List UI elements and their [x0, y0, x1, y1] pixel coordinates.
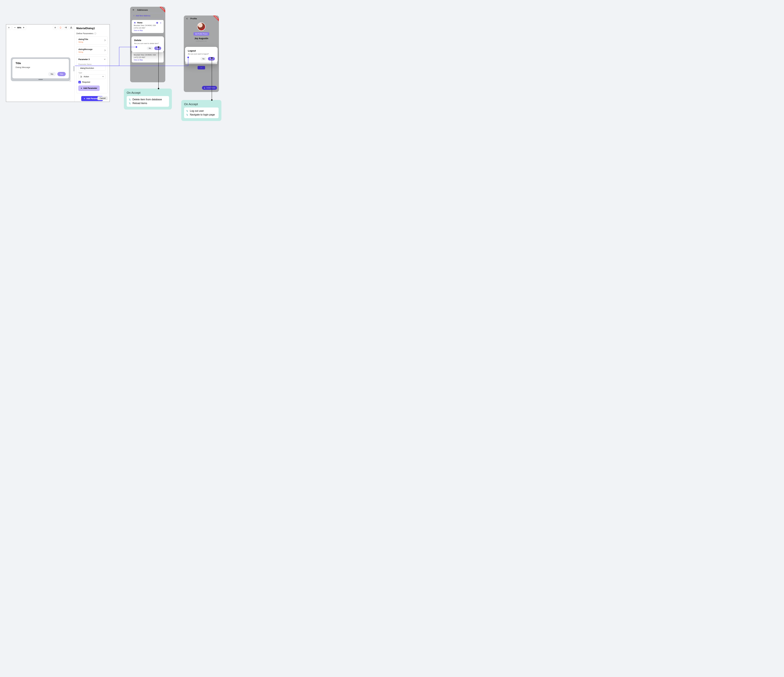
callout-line: Reload items: [129, 101, 167, 105]
on-accept-callout-1: On Accept Delete item from database Relo…: [124, 89, 172, 110]
info-icon[interactable]: i: [94, 33, 96, 34]
set-picture-button[interactable]: Set Profile Picture: [193, 32, 209, 36]
action-icon: [186, 113, 188, 116]
address-card-2: Mountain View, CA 94043, USA (+471) 123 …: [132, 51, 164, 62]
address-card-home: Home Mountain View, CA 94043, USA (+471)…: [132, 20, 164, 33]
svg-point-10: [130, 100, 131, 101]
dialog-yes-button[interactable]: Yes: [154, 47, 161, 50]
action-icon: [186, 110, 188, 112]
dialog-title: Delete: [134, 39, 161, 42]
profile-email: joy@augustin.com: [184, 40, 219, 42]
svg-point-6: [81, 77, 82, 77]
device-preview-button[interactable]: [58, 25, 63, 30]
component-title: MaterialDialog1: [76, 27, 108, 30]
param-row-dialogMessage[interactable]: dialogMessage String: [76, 47, 108, 55]
checkbox-checked-icon: [78, 81, 81, 83]
preview-dialog: Title Dialog Message No Yes: [12, 59, 69, 78]
svg-point-12: [130, 104, 131, 104]
dialog-no-button[interactable]: No: [147, 47, 153, 50]
svg-rect-7: [157, 22, 158, 23]
svg-point-15: [187, 114, 187, 114]
svg-rect-2: [71, 27, 72, 27]
canvas-toolbar-left: − 90% +: [7, 25, 26, 30]
zoom-out-button[interactable]: −: [13, 26, 17, 30]
callout-title: On Accept: [184, 102, 219, 106]
param-expanded: Parameter 3 Parameter Name Type Action: [76, 57, 108, 93]
svg-point-8: [204, 87, 205, 88]
svg-point-16: [187, 115, 188, 116]
required-checkbox-row[interactable]: Required: [78, 81, 106, 83]
logout-dialog: Logout Are you sure want to logout? No Y…: [185, 47, 218, 63]
invite-friend-button[interactable]: Invite Friend: [202, 86, 217, 90]
node-tree-button[interactable]: [69, 25, 73, 30]
plus-icon: +: [84, 97, 85, 100]
dialog-message: Are you sure want to logout?: [188, 53, 215, 55]
preview-dialog-message: Dialog Message: [16, 66, 66, 68]
text-size-button[interactable]: TT: [64, 25, 68, 30]
param-type-label: Type: [78, 72, 106, 74]
theme-toggle-button[interactable]: [53, 25, 58, 30]
svg-point-14: [187, 112, 188, 112]
svg-point-9: [129, 99, 129, 99]
preview-yes-button[interactable]: Yes: [58, 72, 66, 76]
canvas-area: − 90% + TT Title Di: [6, 25, 74, 102]
zoom-control: − 90% +: [12, 25, 26, 30]
plus-icon: +: [134, 15, 134, 17]
param-expanded-header[interactable]: Parameter 3: [78, 57, 106, 62]
resize-handle[interactable]: [69, 79, 72, 82]
dialog-no-button[interactable]: No: [201, 57, 207, 61]
add-parameter-inner-button[interactable]: + Add Parameter: [78, 85, 100, 91]
plus-icon: +: [81, 87, 82, 90]
delete-dialog: Delete Are you sure want to delete item?…: [131, 36, 164, 52]
canvas-toolbar-right: TT: [53, 25, 73, 30]
zoom-percent: 90%: [17, 26, 22, 29]
chevron-down-icon: [102, 76, 104, 78]
appbar-title: Addresses: [137, 9, 148, 11]
view-on-map-link[interactable]: View on Map: [134, 30, 162, 31]
check-icon[interactable]: [156, 22, 158, 24]
person-add-icon: [204, 87, 205, 89]
param-name-input[interactable]: [78, 66, 106, 70]
dialog-yes-button[interactable]: Yes: [208, 57, 215, 61]
add-address-button[interactable]: + Add New Address: [132, 13, 164, 18]
svg-rect-3: [70, 28, 71, 28]
dialog-title: Logout: [188, 50, 215, 52]
callout-line: Navigate to login page: [186, 113, 217, 116]
section-subtitle: Define Parameters i: [76, 32, 108, 35]
chevron-right-icon: [104, 39, 106, 42]
trash-icon[interactable]: [160, 22, 162, 24]
property-panel: MaterialDialog1 Define Parameters i dial…: [74, 25, 110, 102]
chevron-down-icon: [104, 58, 106, 61]
action-icon: [129, 102, 131, 104]
param-name-label: Parameter Name: [78, 63, 106, 65]
appbar-profile: Profile: [184, 16, 219, 22]
editor-panel: − 90% + TT Title Di: [6, 24, 110, 102]
preview-no-button[interactable]: No: [48, 72, 56, 76]
appbar-title: Profile: [190, 17, 197, 20]
device-speaker: [39, 79, 43, 80]
profile-name: Joy Augustin: [184, 37, 219, 40]
back-arrow-icon[interactable]: [132, 9, 135, 11]
phone-profile: DEBUG Profile Set Profile Picture Joy Au…: [184, 16, 219, 92]
svg-point-0: [55, 27, 56, 28]
zoom-in-button[interactable]: +: [22, 26, 25, 30]
view-on-map-link[interactable]: View on Map: [134, 59, 162, 61]
callout-line: Delete item from database: [129, 98, 167, 101]
avatar: [197, 23, 205, 31]
back-chevron-icon[interactable]: [186, 17, 188, 20]
device-frame: Title Dialog Message No Yes: [11, 57, 70, 81]
svg-point-11: [129, 102, 129, 103]
callout-line: Log out user: [186, 109, 217, 113]
svg-rect-4: [72, 28, 72, 28]
loading-pill: ⋯: [198, 66, 205, 70]
callout-title: On Accept: [127, 91, 169, 95]
param-row-dialogTitle[interactable]: dialogTitle String: [76, 37, 108, 45]
preview-dialog-title: Title: [16, 62, 66, 65]
param-type-select[interactable]: Action: [78, 74, 106, 79]
svg-point-13: [187, 110, 187, 111]
collapse-sidebar-button[interactable]: [7, 25, 11, 30]
phone-addresses: DEBUG Addresses + Add New Address Home: [130, 7, 165, 82]
action-icon: [80, 76, 82, 78]
chevron-right-icon: [104, 49, 106, 52]
cancel-button[interactable]: Cancel: [98, 96, 108, 100]
